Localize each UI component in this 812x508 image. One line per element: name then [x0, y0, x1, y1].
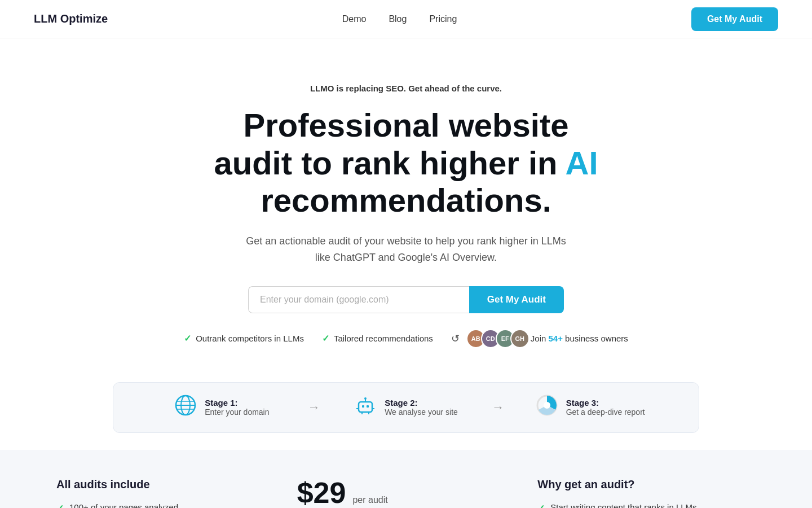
- why-title: Why get an audit?: [537, 478, 756, 491]
- robot-icon: [354, 394, 377, 421]
- why-feature-list: ✓ Start writing content that ranks in LL…: [537, 502, 756, 508]
- process-text-1: Stage 1: Enter your domain: [205, 398, 269, 417]
- process-step-3: Stage 3: Get a deep-dive report: [515, 394, 665, 421]
- process-text-3: Stage 3: Get a deep-dive report: [566, 398, 645, 417]
- check-icon-2: ✓: [322, 333, 329, 344]
- arrow-2: →: [480, 400, 515, 415]
- process-step-1: Stage 1: Enter your domain: [147, 394, 297, 421]
- feature-item-1: ✓ 100+ of your pages analyzed: [56, 502, 275, 508]
- check-icon-a1: ✓: [56, 503, 64, 508]
- svg-rect-5: [359, 402, 372, 412]
- navbar: LLM Optimize Demo Blog Pricing Get My Au…: [0, 0, 812, 38]
- avatars: AB CD EF GH: [466, 329, 525, 348]
- social-suffix: business owners: [563, 334, 628, 343]
- process-desc-2: We analyse your site: [385, 408, 458, 417]
- why-label-1: Start writing content that ranks in LLMs: [550, 502, 696, 508]
- nav-cta-button[interactable]: Get My Audit: [691, 7, 778, 31]
- social-prefix: Join: [531, 334, 549, 343]
- arrow-1: →: [297, 400, 332, 415]
- bottom-section: All audits include ✓ 100+ of your pages …: [0, 450, 812, 508]
- process-label-2: Stage 2:: [385, 398, 458, 408]
- svg-rect-7: [367, 405, 369, 408]
- bottom-grid: All audits include ✓ 100+ of your pages …: [56, 478, 756, 508]
- hero-heading: Professional website audit to rank highe…: [209, 107, 603, 220]
- check-icon-1: ✓: [184, 333, 191, 344]
- hero-heading-part2: recommendations.: [261, 182, 551, 218]
- social-proof: ↺ AB CD EF GH Join 54+ business owners: [451, 329, 628, 348]
- audits-feature-list: ✓ 100+ of your pages analyzed ✓ 300+ key…: [56, 502, 275, 508]
- process-step-2: Stage 2: We analyse your site: [332, 394, 481, 421]
- audits-include-title: All audits include: [56, 478, 275, 491]
- hero-eyebrow: LLMO is replacing SEO. Get ahead of the …: [310, 84, 502, 93]
- hero-input-row: Get My Audit: [248, 286, 564, 313]
- process-strip: Stage 1: Enter your domain →: [113, 382, 699, 433]
- hero-cta-button[interactable]: Get My Audit: [469, 286, 564, 313]
- why-col: Why get an audit? ✓ Start writing conten…: [537, 478, 756, 508]
- process-text-2: Stage 2: We analyse your site: [385, 398, 458, 417]
- hero-badges: ✓ Outrank competitors in LLMs ✓ Tailored…: [184, 329, 628, 348]
- process-wrapper: Stage 1: Enter your domain →: [0, 382, 812, 450]
- why-item-1: ✓ Start writing content that ranks in LL…: [537, 502, 756, 508]
- svg-point-15: [544, 402, 550, 409]
- svg-rect-6: [362, 405, 364, 408]
- pricing-col: $29 per audit 7k+ prompts checked: [297, 478, 515, 508]
- price-per: per audit: [352, 495, 387, 505]
- nav-links: Demo Blog Pricing: [342, 14, 457, 24]
- process-desc-3: Get a deep-dive report: [566, 408, 645, 417]
- avatar-4: GH: [510, 329, 529, 348]
- process-desc-1: Enter your domain: [205, 408, 269, 417]
- price-amount: $29: [297, 478, 346, 507]
- nav-link-pricing[interactable]: Pricing: [429, 14, 457, 24]
- nav-link-blog[interactable]: Blog: [389, 14, 407, 24]
- recycle-icon: ↺: [451, 332, 460, 345]
- brand-logo: LLM Optimize: [34, 12, 108, 25]
- check-icon-w1: ✓: [537, 503, 545, 508]
- globe-icon: [174, 394, 197, 421]
- hero-subtext: Get an actionable audit of your website …: [242, 233, 570, 266]
- feature-label-1: 100+ of your pages analyzed: [69, 502, 178, 508]
- social-text: Join 54+ business owners: [531, 334, 628, 343]
- process-label-1: Stage 1:: [205, 398, 269, 408]
- badge-outrank: ✓ Outrank competitors in LLMs: [184, 333, 304, 344]
- badge-tailored: ✓ Tailored recommendations: [322, 333, 433, 344]
- hero-heading-ai: AI: [566, 144, 598, 181]
- svg-point-9: [364, 397, 367, 400]
- hero-section: LLMO is replacing SEO. Get ahead of the …: [0, 38, 812, 382]
- nav-link-demo[interactable]: Demo: [342, 14, 367, 24]
- badge-outrank-label: Outrank competitors in LLMs: [196, 334, 304, 343]
- badge-tailored-label: Tailored recommendations: [334, 334, 433, 343]
- social-count: 54+: [549, 334, 563, 343]
- chart-icon: [536, 394, 558, 421]
- domain-input[interactable]: [248, 286, 469, 313]
- price-row: $29 per audit: [297, 478, 515, 507]
- audits-include-col: All audits include ✓ 100+ of your pages …: [56, 478, 275, 508]
- process-label-3: Stage 3:: [566, 398, 645, 408]
- hero-heading-part1: Professional website audit to rank highe…: [214, 107, 569, 181]
